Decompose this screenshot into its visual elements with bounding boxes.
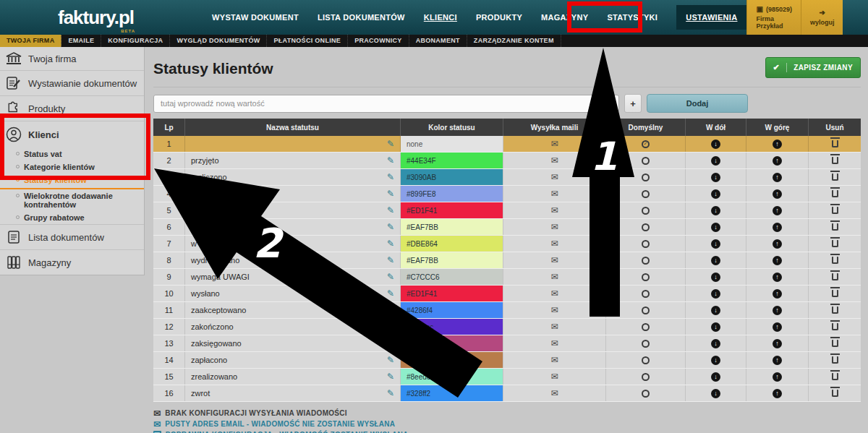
trash-icon[interactable]	[832, 390, 838, 397]
move-up-button[interactable]: ↑	[773, 206, 782, 215]
trash-icon[interactable]	[832, 356, 838, 364]
default-radio-icon[interactable]	[642, 223, 650, 231]
default-radio-icon[interactable]	[642, 257, 650, 265]
subnav-zarzadzanie-kontem[interactable]: ZARZĄDZANIE KONTEM	[467, 35, 561, 47]
sidebar-item-produkty[interactable]: Produkty	[0, 95, 144, 121]
move-up-button[interactable]: ↑	[773, 389, 782, 398]
default-radio-icon[interactable]	[642, 290, 650, 298]
logout-button[interactable]: ➔ wyloguj	[801, 0, 843, 35]
edit-pencil-icon[interactable]: ✎	[387, 338, 394, 348]
trash-icon[interactable]	[832, 223, 838, 231]
trash-icon[interactable]	[832, 323, 838, 330]
move-down-button[interactable]: ↓	[711, 156, 720, 166]
subnav-platnosci-online[interactable]: PŁATNOŚCI ONLINE	[267, 35, 348, 47]
nav-ustawienia[interactable]: USTAWIENIA	[676, 5, 746, 30]
edit-pencil-icon[interactable]: ✎	[387, 189, 394, 199]
default-radio-icon[interactable]	[642, 373, 650, 381]
move-down-button[interactable]: ↓	[711, 173, 720, 182]
edit-pencil-icon[interactable]: ✎	[387, 272, 394, 282]
move-up-button[interactable]: ↑	[773, 339, 782, 348]
status-color-cell[interactable]: #C7CCC6	[401, 269, 503, 285]
nav-klienci[interactable]: KLIENCI	[424, 13, 457, 22]
move-down-button[interactable]: ↓	[711, 189, 720, 199]
sidebar-subitem-wielokrotne-dodawanie[interactable]: Wielokrotne dodawanie kontrahentów	[0, 189, 127, 211]
status-color-cell[interactable]: #EAF7BB	[401, 219, 503, 235]
subnav-twoja-firma[interactable]: TWOJA FIRMA	[0, 35, 61, 47]
edit-pencil-icon[interactable]: ✎	[387, 255, 394, 265]
trash-icon[interactable]	[832, 173, 838, 181]
status-color-cell[interactable]: none	[401, 136, 503, 152]
trash-icon[interactable]	[832, 190, 838, 197]
sidebar-item-klienci[interactable]: Klienci	[0, 121, 144, 147]
status-color-cell[interactable]: #b87c4a	[401, 352, 503, 368]
subnav-konfiguracja[interactable]: KONFIGURACJA	[101, 35, 170, 47]
default-radio-icon[interactable]	[642, 273, 650, 281]
edit-pencil-icon[interactable]: ✎	[387, 172, 394, 182]
subnav-wyglad-dokumentow[interactable]: WYGLĄD DOKUMENTÓW	[170, 35, 267, 47]
move-up-button[interactable]: ↑	[773, 156, 782, 166]
edit-pencil-icon[interactable]: ✎	[387, 139, 394, 149]
save-changes-button[interactable]: ✔ ZAPISZ ZMIANY	[765, 57, 861, 78]
trash-icon[interactable]	[832, 207, 838, 214]
default-radio-icon[interactable]	[642, 390, 650, 398]
edit-pencil-icon[interactable]: ✎	[387, 388, 394, 398]
sidebar-subitem-kategorie-klientow[interactable]: Kategorie klientów	[0, 160, 144, 173]
move-down-button[interactable]: ↓	[711, 322, 720, 332]
move-up-button[interactable]: ↑	[773, 273, 782, 282]
default-radio-icon[interactable]	[642, 340, 650, 348]
sidebar-item-twoja-firma[interactable]: Twoja firma	[0, 47, 144, 70]
move-up-button[interactable]: ↑	[773, 372, 782, 382]
subnav-pracownicy[interactable]: PRACOWNICY	[348, 35, 409, 47]
sidebar-subitem-grupy-rabatowe[interactable]: Grupy rabatowe	[0, 211, 144, 224]
trash-icon[interactable]	[832, 240, 838, 247]
trash-icon[interactable]	[832, 273, 838, 280]
company-button[interactable]: ▣ (985029) Firma Przykład	[746, 0, 800, 35]
status-color-cell[interactable]: #b4487f	[401, 335, 503, 351]
move-up-button[interactable]: ↑	[773, 306, 782, 315]
sidebar-item-magazyny[interactable]: Magazyny	[0, 249, 144, 275]
trash-icon[interactable]	[832, 340, 838, 347]
move-up-button[interactable]: ↑	[773, 256, 782, 265]
move-down-button[interactable]: ↓	[711, 372, 720, 382]
move-down-button[interactable]: ↓	[711, 206, 720, 215]
move-down-button[interactable]: ↓	[711, 239, 720, 249]
edit-pencil-icon[interactable]: ✎	[387, 372, 394, 382]
trash-icon[interactable]	[832, 257, 838, 264]
new-status-input[interactable]	[153, 95, 619, 113]
status-color-cell[interactable]: #899FE8	[401, 186, 503, 202]
sidebar-item-wystawianie-dokumentow[interactable]: Wystawianie dokumentów	[0, 70, 144, 95]
move-up-button[interactable]: ↑	[773, 173, 782, 182]
edit-pencil-icon[interactable]: ✎	[387, 222, 394, 232]
default-radio-checked-icon[interactable]: ✓	[642, 140, 650, 148]
default-radio-icon[interactable]	[642, 323, 650, 331]
add-button[interactable]: Dodaj	[647, 94, 748, 113]
move-down-button[interactable]: ↓	[711, 223, 720, 232]
move-down-button[interactable]: ↓	[711, 339, 720, 348]
trash-icon[interactable]	[832, 157, 838, 164]
app-logo[interactable]: faktury.pl BETA	[58, 7, 134, 29]
move-up-button[interactable]: ↑	[773, 223, 782, 232]
default-radio-icon[interactable]	[642, 306, 650, 314]
move-up-button[interactable]: ↑	[773, 322, 782, 332]
nav-magazyny[interactable]: MAGAZYNY	[541, 13, 588, 22]
plus-button[interactable]: +	[624, 94, 642, 113]
status-color-cell[interactable]: #4286f4	[401, 302, 503, 318]
move-up-button[interactable]: ↑	[773, 356, 782, 365]
move-down-button[interactable]: ↓	[711, 256, 720, 265]
move-up-button[interactable]: ↑	[773, 289, 782, 299]
move-down-button[interactable]: ↓	[711, 389, 720, 398]
default-radio-icon[interactable]	[642, 157, 650, 165]
status-color-cell[interactable]: #44E34F	[401, 153, 503, 168]
edit-pencil-icon[interactable]: ✎	[387, 205, 394, 215]
move-up-button[interactable]: ↑	[773, 140, 782, 149]
trash-icon[interactable]	[832, 290, 838, 297]
nav-lista-dokumentow[interactable]: LISTA DOKUMENTÓW	[318, 13, 405, 22]
default-radio-icon[interactable]	[642, 356, 650, 364]
trash-icon[interactable]	[832, 373, 838, 380]
sidebar-subitem-status-vat[interactable]: Status vat	[0, 147, 144, 160]
move-up-button[interactable]: ↑	[773, 239, 782, 249]
trash-icon[interactable]	[832, 140, 838, 147]
status-color-cell[interactable]: #5b2ccc	[401, 319, 503, 335]
move-down-button[interactable]: ↓	[711, 356, 720, 365]
sidebar-subitem-statusy-klientow[interactable]: Statusy klientów	[0, 173, 144, 189]
